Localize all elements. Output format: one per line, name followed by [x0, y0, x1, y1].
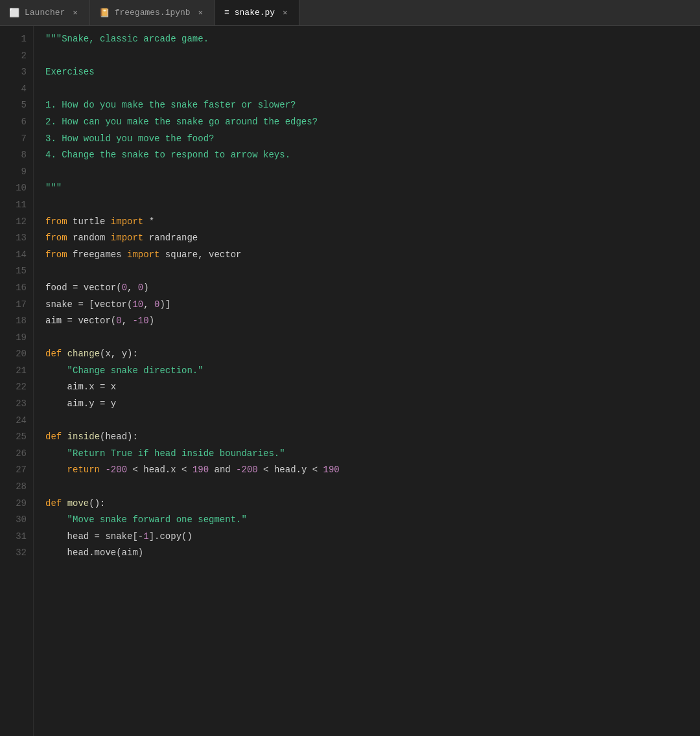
tab-snake-label: snake.py	[235, 8, 275, 17]
ln-22: 22	[0, 379, 27, 396]
code-line-4	[45, 81, 700, 98]
code-line-26: "Return True if head inside boundaries."	[45, 446, 700, 463]
ln-31: 31	[0, 529, 27, 546]
code-line-16: food = vector(0, 0)	[45, 280, 700, 297]
ln-19: 19	[0, 330, 27, 347]
ln-16: 16	[0, 280, 27, 297]
code-line-14: from freegames import square, vector	[45, 247, 700, 264]
ln-3: 3	[0, 64, 27, 81]
ln-6: 6	[0, 114, 27, 131]
code-line-10: """	[45, 180, 700, 197]
ln-7: 7	[0, 131, 27, 148]
ln-2: 2	[0, 48, 27, 65]
code-line-19	[45, 330, 700, 347]
code-line-27: return -200 < head.x < 190 and -200 < he…	[45, 462, 700, 479]
code-line-12: from turtle import *	[45, 214, 700, 231]
code-line-25: def inside(head):	[45, 429, 700, 446]
ln-5: 5	[0, 97, 27, 114]
code-line-23: aim.y = y	[45, 396, 700, 413]
freegames-icon: 📔	[99, 8, 110, 18]
ln-20: 20	[0, 346, 27, 363]
tab-launcher[interactable]: ⬜ Launcher ✕	[0, 0, 90, 25]
ln-13: 13	[0, 230, 27, 247]
ln-25: 25	[0, 429, 27, 446]
ln-29: 29	[0, 496, 27, 512]
code-line-29: def move():	[45, 496, 700, 512]
tab-freegames-label: freegames.ipynb	[115, 8, 191, 17]
ln-8: 8	[0, 147, 27, 164]
ln-27: 27	[0, 462, 27, 479]
ln-15: 15	[0, 263, 27, 280]
code-line-28	[45, 479, 700, 496]
code-line-6: 2. How can you make the snake go around …	[45, 114, 700, 131]
code-line-5: 1. How do you make the snake faster or s…	[45, 97, 700, 114]
code-line-22: aim.x = x	[45, 379, 700, 396]
tab-launcher-close[interactable]: ✕	[70, 6, 80, 19]
ln-18: 18	[0, 313, 27, 330]
ln-32: 32	[0, 545, 27, 562]
tab-snake[interactable]: ≡ snake.py ✕	[215, 0, 299, 25]
code-line-2	[45, 48, 700, 65]
tab-freegames[interactable]: 📔 freegames.ipynb ✕	[90, 0, 215, 25]
code-line-30: "Move snake forward one segment."	[45, 512, 700, 529]
code-line-21: "Change snake direction."	[45, 363, 700, 380]
tab-bar: ⬜ Launcher ✕ 📔 freegames.ipynb ✕ ≡ snake…	[0, 0, 700, 26]
code-line-15	[45, 263, 700, 280]
ln-24: 24	[0, 413, 27, 430]
code-line-32: head.move(aim)	[45, 545, 700, 562]
launcher-icon: ⬜	[9, 8, 19, 18]
ln-9: 9	[0, 164, 27, 181]
ln-30: 30	[0, 512, 27, 529]
code-line-18: aim = vector(0, -10)	[45, 313, 700, 330]
tab-freegames-close[interactable]: ✕	[196, 6, 205, 19]
ln-1: 1	[0, 31, 27, 48]
code-line-9	[45, 164, 700, 181]
code-line-24	[45, 413, 700, 430]
ln-26: 26	[0, 446, 27, 463]
ln-10: 10	[0, 180, 27, 197]
code-line-3: Exercises	[45, 64, 700, 81]
snake-icon: ≡	[224, 8, 229, 17]
tab-launcher-label: Launcher	[25, 8, 65, 17]
tab-snake-close[interactable]: ✕	[280, 6, 290, 19]
ln-11: 11	[0, 197, 27, 214]
code-line-13: from random import randrange	[45, 230, 700, 247]
ln-21: 21	[0, 363, 27, 380]
code-line-1: """Snake, classic arcade game.	[45, 31, 700, 48]
ln-14: 14	[0, 247, 27, 264]
line-numbers: 1 2 3 4 5 6 7 8 9 10 11 12 13 14 15 16 1…	[0, 26, 34, 736]
code-line-11	[45, 197, 700, 214]
code-line-8: 4. Change the snake to respond to arrow …	[45, 147, 700, 164]
editor: 1 2 3 4 5 6 7 8 9 10 11 12 13 14 15 16 1…	[0, 26, 700, 736]
code-line-7: 3. How would you move the food?	[45, 131, 700, 148]
ln-23: 23	[0, 396, 27, 413]
code-line-17: snake = [vector(10, 0)]	[45, 297, 700, 314]
ln-12: 12	[0, 214, 27, 231]
code-line-31: head = snake[-1].copy()	[45, 529, 700, 546]
ln-28: 28	[0, 479, 27, 496]
ln-17: 17	[0, 297, 27, 314]
code-area[interactable]: """Snake, classic arcade game. Exercises…	[34, 26, 700, 736]
ln-4: 4	[0, 81, 27, 98]
code-line-20: def change(x, y):	[45, 346, 700, 363]
